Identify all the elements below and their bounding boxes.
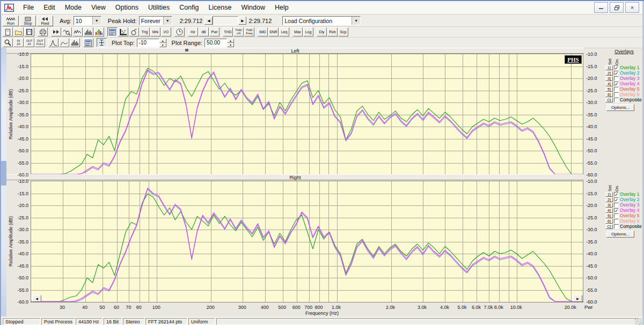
pwr-button[interactable]: Pwr (209, 27, 219, 36)
peak-hold-label: Peak Hold: (108, 18, 137, 24)
plot-range-input[interactable]: 50.00 (204, 39, 227, 47)
overlay-6-checkbox[interactable] (614, 92, 619, 97)
splitter-grip[interactable] (185, 49, 188, 51)
menu-config[interactable]: Config (174, 3, 203, 12)
thd-button[interactable]: THD (223, 27, 233, 36)
phase-view-button[interactable] (129, 27, 139, 36)
spectrum-view-button[interactable] (83, 27, 93, 36)
overlay-4-checkbox[interactable]: ✓ (614, 208, 619, 213)
dropdown-arrow-icon: ▼ (163, 17, 172, 25)
rewind-button[interactable]: Rwd (37, 16, 53, 26)
zoom-wave-button[interactable] (62, 27, 72, 36)
trigger-button[interactable]: Trig (140, 27, 150, 36)
thd-freq-button[interactable]: THDFreq (244, 27, 254, 36)
options-list-icon (85, 40, 92, 46)
scp-button[interactable]: Scp (338, 27, 348, 36)
io-button[interactable]: I/O (161, 27, 171, 36)
time-series-view-button[interactable] (72, 27, 83, 36)
plot-top-spinner[interactable]: ▲▼ (159, 39, 166, 47)
overlay-4-checkbox[interactable]: ✓ (614, 82, 619, 86)
plot-range-spinner[interactable]: ▲▼ (227, 39, 234, 47)
cursor-tool-button[interactable] (97, 38, 107, 47)
stop-button[interactable]: Stop (20, 16, 36, 26)
overlay-3-checkbox[interactable] (614, 203, 619, 208)
new-file-button[interactable] (3, 27, 13, 36)
y-tick-label: -50.0 (586, 275, 608, 280)
overlay-2-set-button[interactable]: 2] (605, 71, 613, 76)
overlays-options-button[interactable]: Options... (606, 231, 634, 238)
menu-edit[interactable]: Edit (39, 3, 60, 12)
zoom-in-2x-button[interactable]: IN2X (13, 38, 24, 47)
resize-grip[interactable] (635, 318, 642, 325)
overlay-2-checkbox[interactable]: ✓ (614, 197, 619, 202)
overlay-1-checkbox[interactable]: ✓ (614, 65, 619, 70)
right-spectrum-plot[interactable] (31, 181, 583, 302)
rvb-button[interactable]: Rvb (327, 27, 338, 36)
plot-top-input[interactable]: -10 (137, 39, 159, 47)
peak-hold-select[interactable]: Forever ▼ (139, 16, 172, 25)
time-scroll-left-button[interactable]: ◀ (204, 17, 213, 25)
time-scrollbar-track[interactable] (213, 16, 238, 25)
x-tick-label: 30 (60, 305, 65, 310)
menu-file[interactable]: File (18, 3, 39, 12)
menu-utilities[interactable]: Utilities (143, 3, 174, 12)
time-scroll-right-button[interactable]: ▶ (238, 17, 246, 25)
timer-button[interactable] (174, 27, 185, 36)
dly-button[interactable]: Dly (317, 27, 327, 36)
menu-license[interactable]: License (203, 3, 236, 12)
save-file-button[interactable] (24, 27, 34, 36)
left-spectrum-plot[interactable] (31, 54, 583, 175)
load-configuration-select[interactable]: Load Configuration ▼ (282, 16, 361, 25)
right-pane-header[interactable]: Right (6, 174, 584, 180)
snr-button[interactable]: SNR (268, 27, 279, 36)
overlay-5-checkbox[interactable] (614, 87, 619, 92)
overlay-3-checkbox[interactable] (614, 76, 619, 81)
overlay-4-set-button[interactable]: 4] (605, 82, 613, 86)
overlay-4-set-button[interactable]: 4] (605, 208, 613, 213)
zoom-out-full-button[interactable]: OUTFULL (35, 38, 45, 47)
peak-curve-button[interactable] (48, 38, 58, 47)
zoom-tool-button[interactable] (3, 38, 13, 47)
menu-mode[interactable]: Mode (60, 3, 86, 12)
fast-forward-button[interactable] (51, 27, 61, 36)
log-button[interactable]: Log (303, 27, 313, 36)
bar-display-button[interactable] (70, 38, 80, 47)
surface-plot-button[interactable] (118, 27, 128, 36)
overlay-5-checkbox[interactable] (614, 213, 619, 218)
mac-button[interactable]: Mac (292, 27, 303, 36)
pan-left-button[interactable]: ◀ (32, 295, 41, 302)
menu-window[interactable]: Window (236, 3, 269, 12)
run-button[interactable]: Run (3, 16, 19, 26)
composite-checkbox[interactable] (614, 224, 619, 229)
overlays-options-button[interactable]: Options... (606, 104, 634, 111)
overlay-1-checkbox[interactable]: ✓ (614, 192, 619, 197)
pan-right-button[interactable]: ▶ (573, 295, 582, 302)
settings-list-button[interactable] (107, 27, 118, 36)
close-button[interactable]: × (625, 2, 639, 13)
spectrogram-view-button[interactable] (94, 27, 104, 36)
db-button[interactable]: dB (199, 27, 209, 36)
hz-button[interactable]: Hz (188, 27, 198, 36)
avg-select[interactable]: 10 ▼ (74, 16, 101, 25)
options-list-button[interactable] (83, 38, 93, 47)
marker-button[interactable]: Mrk (150, 27, 160, 36)
thd-n-button[interactable]: THD+N (233, 27, 244, 36)
leq-button[interactable]: Leq (279, 27, 289, 36)
zoom-out-2x-button[interactable]: OUT2X (24, 38, 34, 47)
overlay-2-checkbox[interactable]: ✓ (614, 71, 619, 76)
menu-view[interactable]: View (86, 3, 111, 12)
composite-checkbox[interactable] (614, 98, 619, 102)
overlay-2-set-button[interactable]: 2] (605, 197, 613, 202)
overlay-6-checkbox[interactable] (614, 219, 619, 224)
left-pane-header[interactable]: Left (6, 48, 584, 54)
imd-button[interactable]: IMD (258, 27, 268, 36)
menu-help[interactable]: Help (270, 3, 294, 12)
menu-options[interactable]: Options (111, 3, 143, 12)
y-tick-label: -60.0 (586, 299, 608, 305)
y-tick-label: -45.0 (586, 263, 608, 269)
print-button[interactable] (38, 27, 48, 36)
smooth-curve-button[interactable] (59, 38, 69, 47)
open-file-button[interactable] (13, 27, 24, 36)
restore-button[interactable] (610, 2, 624, 13)
minimize-button[interactable] (594, 2, 608, 13)
